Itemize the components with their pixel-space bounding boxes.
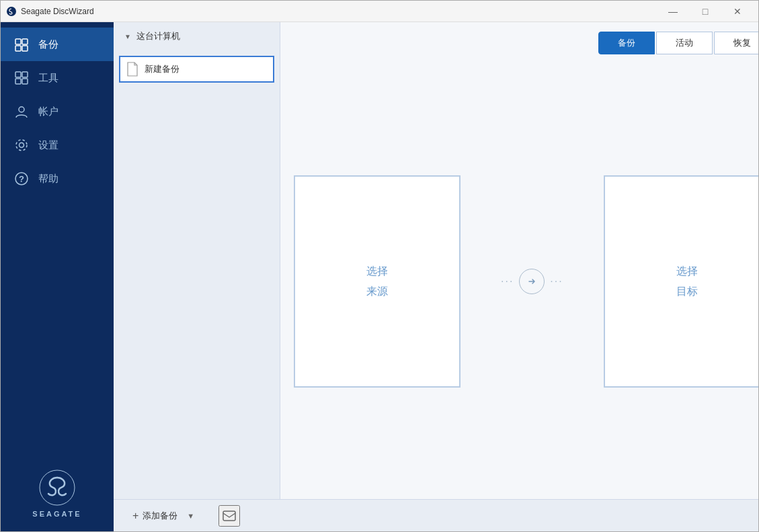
tab-backup[interactable]: 备份 <box>598 32 655 54</box>
target-line2: 目标 <box>676 283 698 300</box>
add-backup-button[interactable]: + 添加备份 ▼ <box>124 506 202 526</box>
panel-container: ▼ 这台计算机 <box>114 22 758 499</box>
svg-rect-8 <box>22 79 28 84</box>
plus-icon: + <box>132 510 138 522</box>
target-line1: 选择 <box>676 263 698 280</box>
seagate-logo: SEAGATE <box>1 456 114 531</box>
add-backup-label: 添加备份 <box>143 510 177 522</box>
sidebar-nav: 备份 工具 <box>1 22 114 456</box>
svg-text:?: ? <box>19 174 24 184</box>
minimize-button[interactable]: — <box>657 1 688 22</box>
svg-rect-2 <box>22 39 28 44</box>
backup-name-input[interactable] <box>145 64 268 75</box>
backup-list <box>114 50 280 499</box>
target-box[interactable]: 选择 目标 <box>604 175 758 388</box>
left-dots: ··· <box>501 275 514 287</box>
chevron-icon: ▼ <box>124 33 131 40</box>
svg-rect-5 <box>15 72 21 77</box>
titlebar-controls: — □ ✕ <box>657 1 753 22</box>
svg-point-14 <box>40 470 75 505</box>
sidebar-item-settings[interactable]: 设置 <box>1 128 114 162</box>
close-button[interactable]: ✕ <box>722 1 753 22</box>
main-toolbar: 备份 活动 恢复 <box>280 22 758 64</box>
account-label: 帐户 <box>38 105 58 118</box>
content-area: ▼ 这台计算机 <box>114 22 758 531</box>
right-dots: ··· <box>550 275 563 287</box>
panel-header: ▼ 这台计算机 <box>114 22 280 50</box>
svg-rect-4 <box>22 46 28 51</box>
sidebar: 备份 工具 <box>1 22 114 531</box>
backup-icon <box>14 37 29 52</box>
tab-activity[interactable]: 活动 <box>656 32 713 54</box>
svg-point-10 <box>19 143 24 148</box>
backup-label: 备份 <box>38 38 58 51</box>
help-icon: ? <box>14 171 29 186</box>
computer-section-label: 这台计算机 <box>136 30 180 42</box>
main-panel: 备份 活动 恢复 选择 来源 ··· <box>280 22 758 499</box>
message-icon <box>222 508 237 523</box>
seagate-brand-text: SEAGATE <box>32 510 81 518</box>
svg-point-9 <box>19 107 24 112</box>
svg-rect-3 <box>15 46 21 51</box>
arrow-connector: ··· ··· <box>501 269 563 294</box>
svg-rect-6 <box>22 72 28 77</box>
svg-point-11 <box>16 140 27 150</box>
sidebar-item-account[interactable]: 帐户 <box>1 95 114 128</box>
window-title: Seagate DiscWizard <box>21 7 94 16</box>
settings-icon <box>14 138 29 152</box>
app-window: Seagate DiscWizard — □ ✕ <box>0 0 759 532</box>
sidebar-item-backup[interactable]: 备份 <box>1 28 114 61</box>
app-icon <box>6 6 17 17</box>
app-body: 备份 工具 <box>1 22 758 531</box>
sidebar-item-tools[interactable]: 工具 <box>1 61 114 95</box>
account-icon <box>14 104 29 119</box>
svg-rect-7 <box>15 79 21 84</box>
tab-restore[interactable]: 恢复 <box>714 32 758 54</box>
bottom-bar: + 添加备份 ▼ <box>114 499 758 531</box>
seagate-logo-icon <box>39 470 75 506</box>
sidebar-item-help[interactable]: ? 帮助 <box>1 162 114 195</box>
source-box[interactable]: 选择 来源 <box>294 175 461 388</box>
source-line2: 来源 <box>366 283 388 300</box>
file-icon <box>126 61 139 77</box>
left-panel: ▼ 这台计算机 <box>114 22 280 499</box>
svg-rect-1 <box>15 39 21 44</box>
help-label: 帮助 <box>38 173 58 185</box>
arrow-circle <box>519 269 545 294</box>
titlebar-left: Seagate DiscWizard <box>6 6 94 17</box>
message-button[interactable] <box>218 505 240 527</box>
main-content: 选择 来源 ··· ··· <box>280 64 758 499</box>
dropdown-arrow-icon: ▼ <box>187 512 194 520</box>
source-line1: 选择 <box>366 263 388 280</box>
titlebar: Seagate DiscWizard — □ ✕ <box>1 1 758 22</box>
tools-label: 工具 <box>38 72 58 85</box>
maximize-button[interactable]: □ <box>690 1 721 22</box>
settings-label: 设置 <box>38 139 58 152</box>
tools-icon <box>14 71 29 85</box>
new-backup-item[interactable] <box>119 56 274 83</box>
svg-rect-15 <box>223 511 235 521</box>
svg-point-0 <box>7 7 16 16</box>
